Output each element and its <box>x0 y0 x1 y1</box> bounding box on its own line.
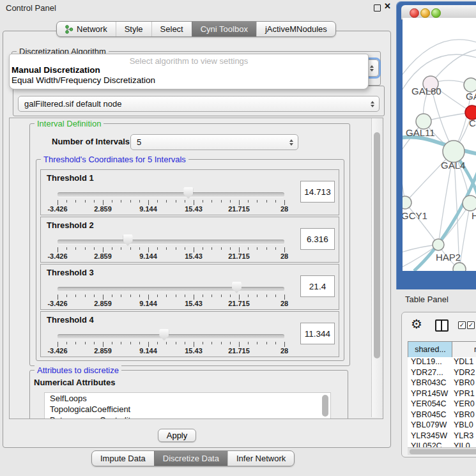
column-layout-icon[interactable] <box>435 319 449 332</box>
table-row[interactable]: YDR27...YDR2 <box>408 368 476 379</box>
zoom-traffic-light-icon[interactable] <box>431 8 441 18</box>
table-data-combo[interactable]: galFiltered.sif default node <box>18 96 380 112</box>
checkbox-icon[interactable]: ✓ <box>467 321 475 329</box>
table-row[interactable]: YPR145WYPR1 <box>408 389 476 400</box>
settings-vertical-scrollbar[interactable] <box>371 118 383 417</box>
tick-mark <box>166 342 167 344</box>
scale-label: 9.144 <box>139 252 157 260</box>
tab-cyni-toolbox[interactable]: Cyni Toolbox <box>192 22 256 36</box>
node-label: GAL11 <box>406 127 435 138</box>
column-header-shared[interactable]: shared... <box>408 341 453 358</box>
table-row[interactable]: YIL052CYIL0 <box>408 441 476 447</box>
tick-mark <box>266 200 267 203</box>
threshold-slider[interactable]: -3.4262.8599.14415.4321.71528 <box>58 328 284 355</box>
scale-label: -3.426 <box>47 347 67 355</box>
scale-label: 15.43 <box>185 347 203 355</box>
close-icon[interactable]: ✕ <box>384 1 391 11</box>
checkbox-icon[interactable]: ✓ <box>458 321 466 329</box>
table-horizontal-scrollbar[interactable] <box>408 447 476 455</box>
tick-mark <box>121 247 121 250</box>
tab-impute-data[interactable]: Impute Data <box>92 451 154 466</box>
threshold-value-field[interactable]: 11.344 <box>300 323 335 344</box>
cell-shared-name: YPR145W <box>408 389 449 400</box>
scale-label: 9.144 <box>139 347 157 355</box>
threshold-slider[interactable]: -3.4262.8599.14415.4321.71528 <box>58 234 284 261</box>
scrollbar-thumb[interactable] <box>410 449 476 454</box>
table-row[interactable]: YLR345WYLR3 <box>408 431 476 442</box>
scale-label: 9.144 <box>139 205 157 213</box>
minimize-traffic-light-icon[interactable] <box>420 8 430 18</box>
apply-button[interactable]: Apply <box>158 429 196 442</box>
dropdown-option-equal-width-frequency[interactable]: Equal Width/Frequency Discretization <box>12 75 155 85</box>
cell-shared-name: YDR27... <box>408 368 449 379</box>
network-node-h[interactable] <box>463 196 476 211</box>
threshold-slider[interactable]: -3.4262.8599.14415.4321.71528 <box>58 187 284 213</box>
list-item[interactable]: SelfLoops <box>45 393 330 404</box>
list-item[interactable]: TopologicalCoefficient <box>45 404 330 415</box>
list-item[interactable]: BetweennessCentrality <box>45 415 330 419</box>
table-row[interactable]: YBR043CYBR0 <box>408 378 476 389</box>
tick-mark <box>239 295 240 300</box>
tick-mark <box>194 247 194 252</box>
slider-ticks <box>58 247 284 252</box>
gear-icon[interactable]: ⚙ <box>411 316 422 332</box>
tab-network[interactable]: Network <box>57 22 116 36</box>
tick-mark <box>85 200 86 203</box>
table-data-combo-value: galFiltered.sif default node <box>24 99 121 109</box>
network-node-gcy1[interactable] <box>403 196 411 209</box>
column-header-name[interactable]: n <box>452 341 476 358</box>
close-traffic-light-icon[interactable] <box>410 8 419 18</box>
tab-discretize-data[interactable]: Discretize Data <box>154 451 227 466</box>
threshold-value-field[interactable]: 14.713 <box>300 181 335 203</box>
network-window: GAL80GACGAL11GAL4GCY1HHAP2 <box>396 1 476 289</box>
table-row[interactable]: YBR045CYBR0 <box>408 410 476 421</box>
table-panel-title: Table Panel <box>405 295 449 304</box>
scrollbar-thumb[interactable] <box>374 132 380 358</box>
group-title: Attributes to discretize <box>35 365 121 375</box>
attributes-list-scrollbar[interactable] <box>322 395 328 417</box>
tick-mark <box>239 342 240 347</box>
tick-mark <box>284 342 285 347</box>
threshold-value-field[interactable]: 21.4 <box>300 275 335 297</box>
network-node-ga[interactable] <box>464 78 476 92</box>
dropdown-option-manual-discretization[interactable]: Manual Discretization <box>12 65 100 75</box>
network-canvas[interactable]: GAL80GACGAL11GAL4GCY1HHAP2 <box>403 18 476 271</box>
threshold-value-field[interactable]: 6.316 <box>300 228 335 250</box>
tick-mark <box>157 342 158 344</box>
tick-mark <box>176 200 176 203</box>
tick-mark <box>284 200 285 205</box>
combo-arrows-icon <box>371 101 374 107</box>
tick-mark <box>211 295 212 297</box>
node-label: GAL4 <box>441 160 465 171</box>
cell-shared-name: YDL19... <box>408 357 449 368</box>
tick-mark <box>94 200 95 203</box>
table-row[interactable]: YDL19...YDL1 <box>408 357 476 368</box>
slider-track[interactable] <box>58 192 284 197</box>
table-row[interactable]: YER054CYER0 <box>408 399 476 410</box>
tab-infer-network[interactable]: Infer Network <box>227 451 294 466</box>
numerical-attributes-list[interactable]: SelfLoopsTopologicalCoefficientBetweenne… <box>44 392 331 419</box>
scale-label: 28 <box>280 205 288 213</box>
tab-label: Impute Data <box>100 454 146 463</box>
network-node-hap2[interactable] <box>433 239 444 250</box>
tab-jactivemnodules[interactable]: jActiveMNodules <box>256 22 335 36</box>
slider-track[interactable] <box>58 287 284 292</box>
slider-track[interactable] <box>58 334 284 339</box>
num-intervals-value: 5 <box>137 137 141 147</box>
threshold-slider[interactable]: -3.4262.8599.14415.4321.71528 <box>58 281 284 308</box>
tick-mark <box>130 295 131 297</box>
network-node-gal4[interactable] <box>443 141 464 162</box>
network-node[interactable] <box>453 263 466 271</box>
node-table[interactable]: YDL19...YDL1YDR27...YDR2YBR043CYBR0YPR14… <box>408 357 476 447</box>
tick-mark <box>248 295 249 297</box>
tick-mark <box>230 200 231 203</box>
tick-mark <box>66 247 67 250</box>
tick-mark <box>103 342 104 347</box>
slider-track[interactable] <box>58 240 284 245</box>
tab-style[interactable]: Style <box>116 22 151 36</box>
num-intervals-combo[interactable]: 5 <box>130 134 298 150</box>
tick-mark <box>148 295 149 300</box>
float-window-icon[interactable] <box>374 4 381 12</box>
table-row[interactable]: YBL079WYBL0 <box>408 420 476 431</box>
tab-select[interactable]: Select <box>151 22 192 36</box>
